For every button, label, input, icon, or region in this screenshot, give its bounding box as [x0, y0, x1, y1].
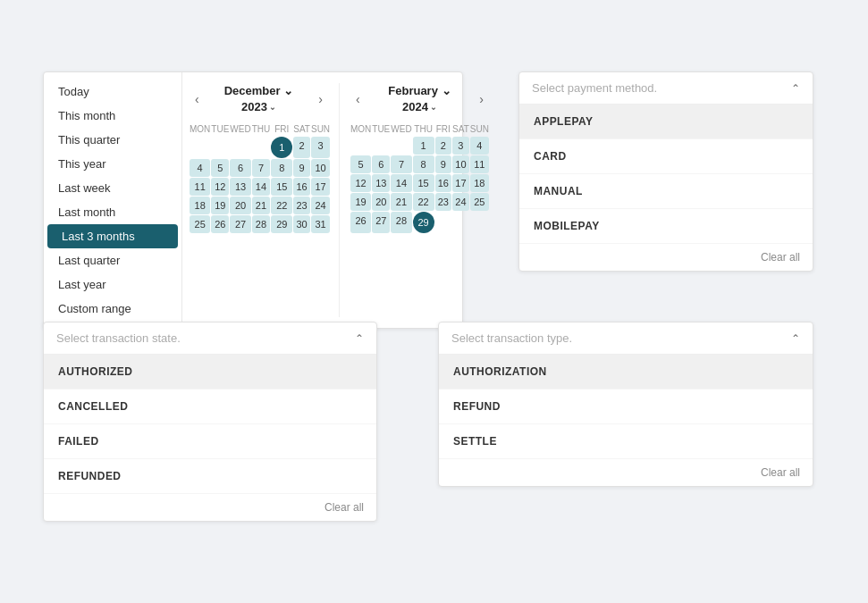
sidebar-item-last-week[interactable]: Last week [44, 176, 181, 200]
transaction-state-header[interactable]: Select transaction state. ⌃ [44, 322, 376, 355]
cal-day[interactable]: 9 [293, 159, 310, 177]
sidebar-item-this-year[interactable]: This year [44, 152, 181, 176]
cal-dow-thu: THU [252, 122, 271, 136]
cal-dow-mon: MON [190, 122, 210, 136]
transaction-state-clear-all[interactable]: Clear all [44, 494, 376, 521]
dropdown-item-authorized[interactable]: AUTHORIZED [44, 355, 376, 389]
cal-day[interactable]: 22 [271, 197, 292, 214]
cal-day[interactable]: 10 [452, 155, 469, 173]
cal-day[interactable]: 3 [452, 137, 469, 155]
dropdown-item-card[interactable]: CARD [519, 139, 813, 174]
cal-day[interactable]: 16 [293, 178, 310, 196]
cal-day[interactable]: 17 [311, 178, 330, 196]
payment-method-panel: Select payment method. ⌃ APPLEPAYCARDMAN… [518, 71, 813, 272]
sidebar-item-custom-range[interactable]: Custom range [44, 297, 181, 321]
cal-day[interactable]: 20 [372, 193, 390, 211]
cal-day[interactable]: 28 [252, 215, 271, 233]
cal-header-dec: ‹ December ⌄ 2023 ⌄ › [190, 83, 328, 115]
cal-day[interactable]: 25 [190, 215, 210, 233]
cal-day[interactable]: 31 [311, 215, 330, 233]
cal-day[interactable]: 6 [372, 155, 390, 173]
cal-day[interactable]: 18 [470, 174, 489, 192]
cal-day[interactable]: 15 [413, 174, 434, 192]
cal-day[interactable]: 5 [350, 155, 371, 173]
transaction-type-header[interactable]: Select transaction type. ⌃ [439, 322, 813, 355]
cal-day[interactable]: 19 [350, 193, 371, 211]
sidebar-item-last-year[interactable]: Last year [44, 272, 181, 297]
cal-day[interactable]: 24 [311, 197, 330, 214]
cal-day[interactable]: 1 [271, 137, 292, 158]
cal-day[interactable]: 7 [252, 159, 271, 177]
dropdown-item-applepay[interactable]: APPLEPAY [519, 105, 813, 139]
cal-day[interactable]: 2 [293, 137, 310, 158]
cal-day[interactable]: 11 [470, 155, 489, 173]
cal-day[interactable]: 5 [211, 159, 229, 177]
cal-day[interactable]: 21 [252, 197, 271, 214]
cal-day[interactable]: 11 [190, 178, 210, 196]
dropdown-item-mobilepay[interactable]: MOBILEPAY [519, 209, 813, 244]
dropdown-item-manual[interactable]: MANUAL [519, 174, 813, 209]
cal-day [252, 137, 271, 158]
cal-day[interactable]: 10 [311, 159, 330, 177]
cal-day[interactable]: 18 [190, 197, 210, 214]
transaction-type-clear-all[interactable]: Clear all [439, 459, 813, 486]
cal-next-dec[interactable]: › [313, 90, 328, 108]
cal-day[interactable]: 23 [293, 197, 310, 214]
dropdown-item-refunded[interactable]: REFUNDED [44, 459, 376, 494]
cal-day[interactable]: 2 [435, 137, 451, 155]
dropdown-item-failed[interactable]: FAILED [44, 424, 376, 459]
date-picker-panel: TodayThis monthThis quarterThis yearLast… [43, 71, 463, 329]
dropdown-item-refund[interactable]: REFUND [439, 389, 813, 424]
dropdown-item-authorization[interactable]: AUTHORIZATION [439, 355, 813, 389]
cal-day[interactable]: 15 [271, 178, 292, 196]
cal-day[interactable]: 23 [435, 193, 451, 211]
date-sidebar: TodayThis monthThis quarterThis yearLast… [44, 72, 182, 328]
cal-prev-dec[interactable]: ‹ [190, 90, 205, 108]
payment-method-header[interactable]: Select payment method. ⌃ [519, 72, 813, 105]
cal-day[interactable]: 25 [470, 193, 489, 211]
cal-header-feb: ‹ February ⌄ 2024 ⌄ › [350, 83, 489, 115]
sidebar-item-last-month[interactable]: Last month [44, 200, 181, 224]
transaction-type-placeholder: Select transaction type. [451, 331, 572, 345]
sidebar-item-this-month[interactable]: This month [44, 104, 181, 128]
cal-day[interactable]: 29 [271, 215, 292, 233]
sidebar-item-last-3-months[interactable]: Last 3 months [47, 224, 178, 248]
cal-day[interactable]: 8 [271, 159, 292, 177]
cal-day[interactable]: 13 [372, 174, 390, 192]
cal-day[interactable]: 26 [350, 212, 371, 233]
cal-day[interactable]: 29 [413, 212, 434, 233]
sidebar-item-last-quarter[interactable]: Last quarter [44, 248, 181, 272]
cal-day[interactable]: 26 [211, 215, 229, 233]
cal-day[interactable]: 27 [230, 215, 250, 233]
sidebar-item-this-quarter[interactable]: This quarter [44, 128, 181, 152]
cal-day[interactable]: 14 [252, 178, 271, 196]
cal-prev-feb[interactable]: ‹ [350, 90, 366, 108]
cal-day[interactable]: 27 [372, 212, 390, 233]
cal-day[interactable]: 20 [230, 197, 250, 214]
dropdown-item-cancelled[interactable]: CANCELLED [44, 389, 376, 424]
cal-day[interactable]: 6 [230, 159, 250, 177]
cal-day[interactable]: 21 [391, 193, 411, 211]
cal-day[interactable]: 24 [452, 193, 469, 211]
cal-day[interactable]: 17 [452, 174, 469, 192]
cal-day[interactable]: 30 [293, 215, 310, 233]
cal-day[interactable]: 9 [435, 155, 451, 173]
cal-day[interactable]: 8 [413, 155, 434, 173]
cal-day[interactable]: 4 [190, 159, 210, 177]
cal-day[interactable]: 7 [391, 155, 411, 173]
sidebar-item-today[interactable]: Today [44, 80, 181, 104]
cal-day[interactable]: 12 [211, 178, 229, 196]
dropdown-item-settle[interactable]: SETTLE [439, 424, 813, 459]
cal-day[interactable]: 3 [311, 137, 330, 158]
payment-clear-all[interactable]: Clear all [519, 244, 813, 271]
cal-day[interactable]: 12 [350, 174, 371, 192]
cal-day[interactable]: 4 [470, 137, 489, 155]
cal-next-feb[interactable]: › [474, 90, 489, 108]
cal-day[interactable]: 28 [391, 212, 411, 233]
cal-day[interactable]: 19 [211, 197, 229, 214]
cal-day[interactable]: 22 [413, 193, 434, 211]
cal-day[interactable]: 16 [435, 174, 451, 192]
cal-day[interactable]: 1 [413, 137, 434, 155]
cal-day[interactable]: 14 [391, 174, 411, 192]
cal-day[interactable]: 13 [230, 178, 250, 196]
